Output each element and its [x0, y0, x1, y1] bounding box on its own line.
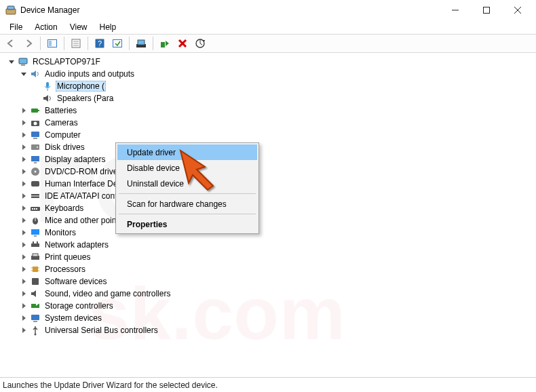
expander-icon[interactable] — [19, 252, 28, 262]
expander-icon[interactable] — [19, 130, 28, 140]
enable-device-button[interactable] — [157, 35, 173, 52]
tree-category-label: Cameras — [43, 118, 79, 128]
svg-rect-53 — [33, 267, 38, 272]
tree-category-usb[interactable]: Universal Serial Bus controllers — [4, 324, 536, 336]
batteries-icon — [30, 105, 41, 116]
tree-category-dvd[interactable]: DVD/CD-ROM drives — [4, 165, 536, 178]
svg-rect-43 — [36, 208, 37, 210]
context-menu-item-label: Scan for hardware changes — [127, 199, 227, 209]
tree-category-storage[interactable]: Storage controllers — [4, 300, 536, 312]
svg-rect-58 — [32, 278, 39, 285]
context-menu-uninstall-device[interactable]: Uninstall device — [117, 176, 257, 191]
tree-category-printqueues[interactable]: Print queues — [4, 251, 536, 263]
cameras-icon — [30, 117, 41, 128]
diskdrives-icon — [30, 142, 41, 153]
action-icon-button[interactable] — [109, 35, 126, 52]
context-menu-item-label: Update driver — [127, 148, 176, 157]
tree-category-cameras[interactable]: Cameras — [4, 117, 536, 129]
microphone-icon — [42, 81, 53, 92]
close-button[interactable] — [502, 0, 533, 20]
expander-icon[interactable] — [19, 203, 28, 213]
expander-icon[interactable] — [19, 240, 28, 250]
tree-category-monitors[interactable]: Monitors — [4, 227, 536, 239]
tree-item-label: Speakers (Para — [56, 94, 115, 103]
tree-category-audio[interactable]: Audio inputs and outputs — [4, 68, 536, 80]
context-menu-update-driver[interactable]: Update driver — [117, 144, 257, 160]
expander-icon[interactable] — [19, 264, 28, 274]
context-menu-properties[interactable]: Properties — [117, 216, 257, 232]
tree-category-label: Sound, video and game controllers — [43, 289, 172, 298]
tree-category-hid[interactable]: Human Interface Devices — [4, 178, 536, 190]
svg-rect-48 — [31, 243, 39, 247]
tree-category-label: Computer — [43, 130, 82, 140]
properties-button[interactable] — [68, 35, 84, 52]
tree-category-softwaredev[interactable]: Software devices — [4, 275, 536, 288]
usb-icon — [30, 325, 41, 336]
update-driver-button[interactable] — [133, 35, 149, 52]
uninstall-device-button[interactable] — [174, 35, 191, 52]
tree-category-sound[interactable]: Sound, video and game controllers — [4, 288, 536, 300]
menu-view[interactable]: View — [64, 22, 93, 33]
expander-icon[interactable] — [7, 57, 16, 66]
expander-icon[interactable] — [19, 313, 28, 323]
expander-icon[interactable] — [19, 301, 28, 311]
menu-file[interactable]: File — [4, 22, 28, 33]
device-tree[interactable]: PC sk.com RCSLAPTOP971F Audio inputs and… — [0, 53, 536, 377]
context-menu-scan-hardware[interactable]: Scan for hardware changes — [117, 196, 257, 212]
processors-icon — [30, 264, 41, 275]
expander-icon[interactable] — [19, 289, 28, 298]
tree-category-ide[interactable]: IDE ATA/ATAPI controllers — [4, 190, 536, 202]
menu-action[interactable]: Action — [29, 22, 62, 33]
expander-icon[interactable] — [19, 142, 28, 152]
svg-rect-26 — [38, 110, 39, 111]
back-button[interactable] — [3, 35, 19, 52]
tree-category-keyboards[interactable]: Keyboards — [4, 202, 536, 214]
context-menu-item-label: Uninstall device — [127, 179, 184, 189]
svg-point-62 — [35, 334, 37, 336]
scan-hardware-button[interactable] — [192, 35, 208, 52]
expander-icon[interactable] — [19, 179, 28, 189]
system-icon — [30, 313, 41, 324]
tree-item-speakers[interactable]: Speakers (Para — [4, 92, 536, 104]
context-menu-item-label: Properties — [127, 220, 167, 229]
tree-category-display[interactable]: Display adapters — [4, 153, 536, 165]
expander-icon[interactable] — [19, 216, 28, 225]
svg-rect-1 — [7, 6, 14, 9]
forward-button[interactable] — [20, 35, 37, 52]
tree-category-batteries[interactable]: Batteries — [4, 104, 536, 117]
show-hide-tree-button[interactable] — [44, 35, 60, 52]
svg-rect-61 — [33, 321, 37, 322]
help-button[interactable]: ? — [92, 35, 108, 52]
minimize-button[interactable] — [440, 0, 471, 20]
expander-icon[interactable] — [19, 277, 28, 286]
tree-category-label: Software devices — [43, 277, 108, 286]
svg-rect-60 — [31, 315, 39, 320]
tree-root[interactable]: RCSLAPTOP971F — [4, 56, 536, 68]
expander-icon[interactable] — [19, 155, 28, 164]
maximize-button[interactable] — [471, 0, 502, 20]
expander-icon[interactable] — [19, 326, 28, 335]
titlebar[interactable]: Device Manager — [0, 0, 536, 20]
expander-icon[interactable] — [19, 228, 28, 237]
keyboards-icon — [30, 203, 41, 214]
storage-icon — [30, 300, 41, 311]
expander-icon[interactable] — [19, 69, 28, 79]
svg-rect-49 — [33, 241, 34, 243]
tree-item-microphone[interactable]: Microphone ( — [4, 80, 536, 92]
tree-category-system[interactable]: System devices — [4, 312, 536, 324]
speaker-icon — [42, 93, 53, 104]
hid-icon — [30, 178, 41, 189]
tree-category-processors[interactable]: Processors — [4, 263, 536, 275]
expander-icon[interactable] — [19, 118, 28, 128]
expander-icon[interactable] — [19, 191, 28, 201]
tree-category-netadapters[interactable]: Network adapters — [4, 239, 536, 251]
context-menu-separator — [119, 214, 256, 214]
expander-icon[interactable] — [19, 106, 28, 115]
tree-category-diskdrives[interactable]: Disk drives — [4, 141, 536, 153]
expander-icon[interactable] — [19, 167, 28, 176]
menu-help[interactable]: Help — [94, 22, 122, 33]
tree-category-mice[interactable]: Mice and other pointing devices — [4, 214, 536, 227]
context-menu-disable-device[interactable]: Disable device — [117, 160, 257, 176]
tree-category-label: Processors — [43, 264, 87, 274]
tree-category-computer[interactable]: Computer — [4, 129, 536, 141]
